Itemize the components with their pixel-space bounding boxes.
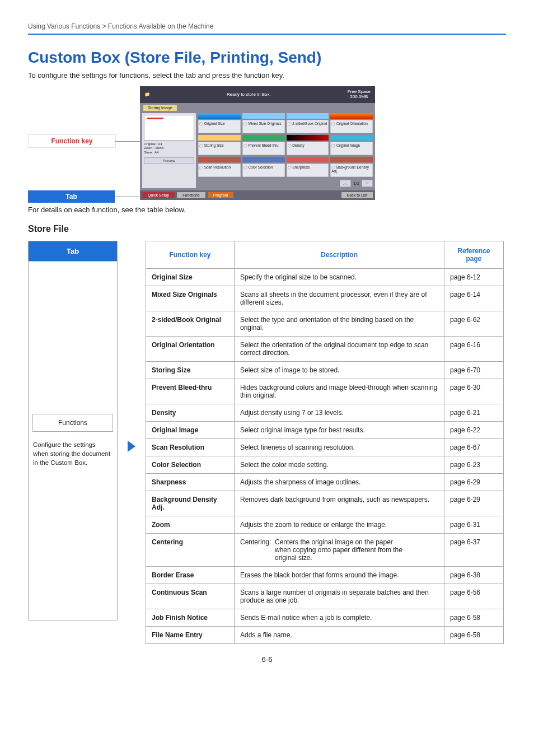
cell-description: Adjust density using 7 or 13 levels. [235, 404, 444, 421]
panel-back-to-list[interactable]: Back to List [341, 192, 373, 198]
cell-reference[interactable]: page 6-67 [444, 438, 504, 456]
panel-tab-storing-image[interactable]: Storing Image [143, 105, 177, 111]
table-row: Continuous ScanScans a large number of o… [146, 584, 504, 609]
panel-btn-storing-size[interactable]: Storing Size [198, 142, 241, 155]
cell-function: File Name Entry [146, 626, 235, 643]
label-tab: Tab [28, 190, 115, 203]
cell-description: Erases the black border that forms aroun… [235, 566, 444, 584]
cell-reference[interactable]: page 6-22 [444, 421, 504, 438]
cell-function: Density [146, 404, 235, 421]
table-row: SharpnessAdjusts the sharpness of image … [146, 473, 504, 491]
table-row: Prevent Bleed-thruHides background color… [146, 379, 504, 404]
cell-reference[interactable]: page 6-29 [444, 473, 504, 491]
table-row: Scan ResolutionSelect fineness of scanni… [146, 438, 504, 456]
panel-btn-prevent-bleed[interactable]: Prevent Bleed-thru [242, 142, 285, 155]
cell-reference[interactable]: page 6-30 [444, 379, 504, 404]
section-store-file: Store File [28, 224, 506, 234]
panel-btn-orig-orientation[interactable]: Original Orientation [330, 120, 373, 133]
cell-reference[interactable]: page 6-14 [444, 286, 504, 311]
cell-description: Centering: Centers the original image on… [235, 533, 444, 566]
cell-reference[interactable]: page 6-58 [444, 626, 504, 643]
cell-function: Continuous Scan [146, 584, 235, 609]
cell-reference[interactable]: page 6-37 [444, 533, 504, 566]
cell-reference[interactable]: page 6-70 [444, 361, 504, 379]
cell-reference[interactable]: page 6-31 [444, 516, 504, 533]
cell-function: Scan Resolution [146, 438, 235, 456]
th-description: Description [235, 241, 444, 268]
panel-btn-original-size[interactable]: Original Size [198, 120, 241, 133]
table-row: Original ImageSelect original image type… [146, 421, 504, 438]
panel-page-up[interactable]: ︿ [340, 180, 351, 187]
cell-function: Job Finish Notice [146, 609, 235, 626]
cell-function: Border Erase [146, 566, 235, 584]
panel-btn-orig-image[interactable]: Original Image [330, 142, 373, 155]
table-row: DensityAdjust density using 7 or 13 leve… [146, 404, 504, 421]
cell-function: Original Image [146, 421, 235, 438]
cell-reference[interactable]: page 6-23 [444, 456, 504, 473]
table-row: CenteringCentering: Centers the original… [146, 533, 504, 566]
panel-btn-mixed-size[interactable]: Mixed Size Originals [242, 120, 285, 133]
cell-description: Sends E-mail notice when a job is comple… [235, 609, 444, 626]
cell-description: Removes dark background from originals, … [235, 491, 444, 516]
panel-btn-scan-res[interactable]: Scan Resolution [198, 164, 241, 177]
panel-tab-quick-setup[interactable]: Quick Setup [142, 192, 175, 198]
cell-reference[interactable]: page 6-62 [444, 311, 504, 336]
spec-table: Function key Description Reference page … [146, 241, 504, 644]
touch-panel-mock: 📁 Ready to store in Box. Free Space200.0… [140, 86, 375, 200]
panel-header-text: Ready to store in Box. [227, 92, 271, 97]
panel-preview-pane: Original : A4 Zoom : 100% Store : A4 Pre… [142, 113, 196, 188]
cell-function: Mixed Size Originals [146, 286, 235, 311]
cell-function: 2-sided/Book Original [146, 311, 235, 336]
panel-tab-functions[interactable]: Functions [177, 192, 205, 198]
panel-btn-density[interactable]: Density [287, 142, 329, 155]
panel-tab-program[interactable]: Program [208, 192, 234, 198]
panel-page-down[interactable]: ﹀ [362, 180, 373, 187]
cell-reference[interactable]: page 6-12 [444, 268, 504, 286]
label-function-key: Function key [28, 134, 116, 148]
cell-description: Select original image type for best resu… [235, 421, 444, 438]
cell-function: Storing Size [146, 361, 235, 379]
table-row: Original SizeSpecify the original size t… [146, 268, 504, 286]
table-row: Background Density Adj.Removes dark back… [146, 491, 504, 516]
cell-description: Adjusts the sharpness of image outlines. [235, 473, 444, 491]
cell-function: Original Size [146, 268, 235, 286]
panel-btn-row-3: Scan Resolution Color Selection Sharpnes… [198, 164, 373, 177]
panel-btn-bg-density[interactable]: Background Density Adj. [330, 164, 373, 177]
cell-reference[interactable]: page 6-16 [444, 336, 504, 361]
panel-free-space: Free Space200.0MB [348, 90, 371, 100]
cell-description: Hides background colors and image bleed-… [235, 379, 444, 404]
cell-description: Adjusts the zoom to reduce or enlarge th… [235, 516, 444, 533]
left-functions-desc: Configure the settings when storing the … [33, 440, 113, 467]
panel-btn-row-1: Original Size Mixed Size Originals 2-sid… [198, 120, 373, 133]
cell-function: Sharpness [146, 473, 235, 491]
breadcrumb: Using Various Functions > Functions Avai… [28, 22, 506, 35]
panel-box-icon: 📁 [144, 92, 150, 97]
table-row: ZoomAdjusts the zoom to reduce or enlarg… [146, 516, 504, 533]
left-tab-header: Tab [28, 241, 118, 262]
left-functions-pane: Functions [32, 414, 113, 432]
cell-reference[interactable]: page 6-56 [444, 584, 504, 609]
table-row: Storing SizeSelect size of image to be s… [146, 361, 504, 379]
cell-function: Original Orientation [146, 336, 235, 361]
panel-btn-sharpness[interactable]: Sharpness [287, 164, 329, 177]
panel-btn-color-sel[interactable]: Color Selection [242, 164, 285, 177]
cell-reference[interactable]: page 6-38 [444, 566, 504, 584]
table-row: Original OrientationSelect the orientati… [146, 336, 504, 361]
cell-description: Scans a large number of originals in sep… [235, 584, 444, 609]
cell-function: Prevent Bleed-thru [146, 379, 235, 404]
table-row: Color SelectionSelect the color mode set… [146, 456, 504, 473]
table-row: Job Finish NoticeSends E-mail notice whe… [146, 609, 504, 626]
cell-description: Specify the original size to be scanned. [235, 268, 444, 286]
page-number: 6-6 [28, 655, 506, 664]
arrow-icon [128, 441, 135, 452]
intro-text: To configure the settings for functions,… [28, 71, 506, 80]
cell-reference[interactable]: page 6-21 [444, 404, 504, 421]
table-row: Border EraseErases the black border that… [146, 566, 504, 584]
table-row: Mixed Size OriginalsScans all sheets in … [146, 286, 504, 311]
cell-description: Select fineness of scanning resolution. [235, 438, 444, 456]
cell-reference[interactable]: page 6-29 [444, 491, 504, 516]
panel-btn-2sided-book[interactable]: 2-sided/Book Original [287, 120, 329, 133]
cell-function: Zoom [146, 516, 235, 533]
panel-preview-button[interactable]: Preview [144, 157, 194, 164]
cell-reference[interactable]: page 6-58 [444, 609, 504, 626]
